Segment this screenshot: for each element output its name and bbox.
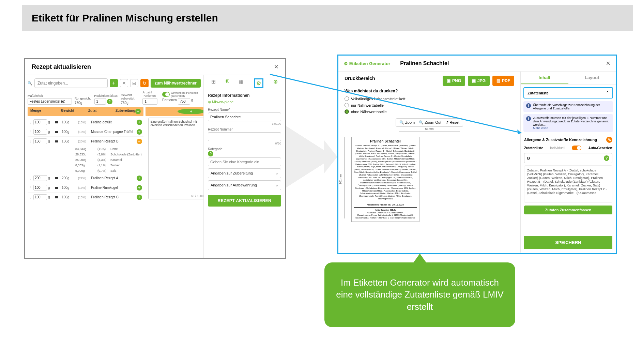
pdf-button[interactable]: ▤ PDF [492,76,514,86]
edit-icon[interactable]: ✎ [606,137,612,143]
gear-icon[interactable]: ⚙ [254,78,263,88]
save-recipe-button[interactable]: REZEPT AKTUALISIEREN [208,195,281,207]
tab-layout[interactable]: Layout [568,72,616,84]
qty-input[interactable] [33,129,47,135]
drag-icon[interactable]: ⋮⋮ [29,139,32,143]
number-label: Rezept Nummer [208,127,281,131]
ingredient-row: ⋮⋮g100g(13%)Praline Rumkugel+ [28,183,143,193]
expand-button[interactable]: + [137,129,142,135]
preview-storage: Nach dem Öffnen bei 7 °C aufbewahren. [354,212,417,214]
more-link[interactable]: Mehr lesen [533,126,548,130]
clear-button[interactable]: ✕ [120,79,128,87]
cooked-value: 750g [121,101,140,105]
drag-icon[interactable]: ⋮⋮ [29,120,32,124]
recipe-panel-header: Rezept aktualisieren × [25,59,285,75]
title-bar: Etikett für Pralinen Mischung erstellen [22,5,633,31]
per-portion-input[interactable] [178,98,190,105]
qty-input[interactable] [33,185,47,191]
euro-icon[interactable]: € [226,78,229,88]
zoom-out-button[interactable]: 🔍 Zoom Out [419,120,441,125]
info-allergen: iÜberprüfe die Vorschläge zur Kennzeichn… [523,101,613,112]
recipe-panel-title: Rezept aktualisieren [32,63,91,71]
preview-address: Rezeptrechner Firma, Betriebsstraße 1, 2… [354,214,417,219]
prep-select[interactable]: Angaben zur Zubereitung⌄ [208,168,281,178]
grid-icon[interactable]: ⊞ [211,78,216,88]
qty-input[interactable] [33,194,47,200]
nutrient-calc-button[interactable]: zum Nährwertrechner [151,79,201,88]
radio-no-nutri[interactable]: ohne Nährwerttabelle [345,108,514,115]
qty-input[interactable] [33,138,47,144]
portion-toggle[interactable] [162,92,170,97]
mode-toggle[interactable] [572,146,581,150]
page-title: Etikett für Pralinen Mischung erstellen [32,12,218,24]
refresh-button[interactable]: ↻ [140,79,149,87]
help-icon[interactable]: ? [208,151,213,156]
reduction-input[interactable] [94,98,106,105]
zoom-reset-button[interactable]: ↺ Reset [445,120,459,125]
info-icon-row: ⊞ € ▦ ⚙ ⊛ [208,78,281,91]
tab-content[interactable]: Inhalt [521,72,568,84]
label-preview: Pralinen Schachtel Zutaten: Pralinen Rez… [351,137,419,222]
portions-input[interactable] [142,98,157,105]
callout-text: Im Etiketten Generator wird automatisch … [334,277,506,313]
ruler-horizontal: 66mm [399,132,460,135]
help-icon[interactable]: ? [107,99,112,104]
ingredient-row: ⋮⋮g100g(13%)Pralinen Rezept C+ [28,193,143,202]
globe-icon[interactable]: ⊛ [273,78,278,88]
raw-value: 750g [75,101,92,105]
sub-ingredient-row: 83,333g(11%)Dattel [28,146,143,152]
help-icon[interactable]: ? [604,155,609,161]
prep-text: Eine große Pralinen Schachtel mit divers… [151,120,197,127]
add-row-button[interactable]: + [135,109,141,114]
info-heading: Rezept Informationen [208,93,281,98]
drag-icon[interactable]: ⋮⋮ [29,130,32,134]
add-ingredient-button[interactable]: + [110,79,118,87]
ingredient-search-input[interactable] [34,78,108,88]
close-icon[interactable]: × [274,62,278,71]
recipe-number-input[interactable] [208,132,281,141]
expand-button[interactable]: + [137,185,142,191]
drag-icon[interactable]: ⋮⋮ [29,176,32,180]
ingredient-row: ⋮⋮g100g(13%)Marc de Champagne Trüffel+ [28,127,143,137]
mass-unit-select[interactable] [28,98,72,105]
radio-nutri-only[interactable]: nur Nährwerttabelle [345,102,514,108]
sub-ingredient-row: 5,000g(0,7%)Salz [28,168,143,173]
close-icon[interactable]: × [606,59,610,68]
drag-icon[interactable]: ⋮⋮ [29,195,32,199]
print-area-heading: Druckbereich [345,76,375,81]
preview-netto: Netto Gewicht: 650,0g [354,209,417,212]
ingredients-text: Zutaten: Pralinen Rezept A - (Dattel, sc… [524,165,612,203]
db-button[interactable]: ⊟ [130,79,138,87]
ingredients-accordion[interactable]: Zutatenliste⌃ [523,87,613,98]
barcode-icon[interactable]: ▦ [239,78,244,88]
recipe-name-input[interactable] [208,112,281,121]
category-input[interactable] [208,157,281,166]
chevron-down-icon: ⌄ [275,183,278,187]
prep-textarea[interactable]: Eine große Pralinen Schachtel mit divers… [148,118,203,199]
generator-title: Etiketten Generator [344,61,390,66]
expand-button[interactable]: + [137,195,142,200]
collapse-button[interactable]: − [137,139,142,144]
sub-ingredient-row: 25,000g(3,3%)Karamell [28,157,143,163]
add-prep-button[interactable]: + [178,109,203,114]
allergen-heading: Allergene & Zusatzstoffe Kennzeichnung✎ [524,137,612,143]
jpg-button[interactable]: ▣ JPG [468,76,490,86]
zoom-in-button[interactable]: 🔍 Zoom [399,120,415,125]
portions-label: Anzahl Portionen [142,91,159,97]
qty-input[interactable] [33,175,47,181]
qty-input[interactable] [33,119,47,125]
storage-select[interactable]: Angaben zur Aufbewahrung⌄ [208,180,281,190]
mise-en-place-link[interactable]: Mis-en-place [208,100,281,104]
raw-label: Rohgewicht: [75,97,92,100]
png-button[interactable]: ▣ PNG [443,76,465,86]
expand-button[interactable]: + [137,120,142,125]
expand-button[interactable]: + [137,176,142,181]
save-label-button[interactable]: SPEICHERN [524,236,612,249]
b-box[interactable]: B? [524,153,612,163]
radio-full-label[interactable]: Vollständiges Lebensmitteletikett [345,95,514,102]
summarize-button[interactable]: Zutaten Zusammenfassen [524,206,612,214]
preview-ingredients: Zutaten: Pralinen Rezept A - (Dattel, sc… [354,145,417,200]
info-icon: i [526,116,531,121]
drag-icon[interactable]: ⋮⋮ [29,186,32,189]
search-icon: 🔍 [28,81,32,86]
